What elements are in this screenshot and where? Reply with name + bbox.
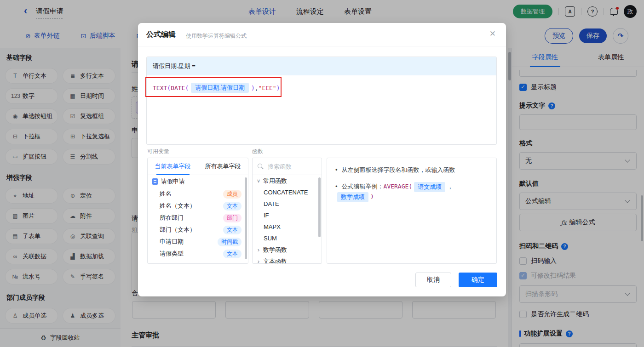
chevron-right-icon — [256, 258, 261, 264]
tab-all-form-fields[interactable]: 所有表单字段 — [198, 158, 248, 175]
cancel-button[interactable]: 取消 — [415, 273, 451, 287]
function-item[interactable]: CONCATENATE — [253, 187, 322, 198]
tab-current-form-fields[interactable]: 当前表单字段 — [148, 158, 198, 175]
variables-tree-root[interactable]: 请假申请 — [148, 175, 248, 188]
formula-input-area[interactable]: TEXT(DATE(请假日期.请假日期),"EEE") — [147, 75, 496, 100]
modal-title: 公式编辑 — [146, 30, 176, 40]
scrollbar-thumb[interactable] — [318, 177, 321, 237]
variable-row[interactable]: 申请日期 时间戳 — [148, 236, 248, 248]
function-item[interactable]: IF — [253, 210, 322, 221]
field-type-badge: 时间戳 — [218, 238, 242, 246]
variables-list: 姓名 成员 姓名（文本） 文本 所在部门 部门 部门（文本） — [148, 188, 248, 260]
close-icon[interactable] — [489, 29, 496, 39]
formula-editor: 请假日期.星期 = TEXT(DATE(请假日期.请假日期),"EEE") — [146, 57, 497, 145]
variable-row[interactable]: 姓名（文本） 文本 — [148, 200, 248, 212]
function-item[interactable]: DATE — [253, 198, 322, 210]
formula-token: ) — [251, 85, 255, 91]
function-group-math[interactable]: 数学函数 — [253, 244, 322, 256]
formula-token: "EEE" — [259, 85, 276, 91]
modal-subtitle: 使用数学运算符编辑公式 — [186, 32, 247, 40]
formula-token: ( — [167, 85, 171, 91]
form-doc-icon — [152, 178, 158, 185]
example-token: ) — [370, 192, 374, 201]
variables-label: 可用变量 — [147, 148, 169, 155]
example-token: 公式编辑举例： — [342, 182, 384, 191]
formula-token: 请假日期.请假日期 — [191, 83, 249, 93]
field-type-badge: 部门 — [223, 214, 242, 222]
formula-token: TEXT — [153, 85, 167, 91]
variable-row[interactable]: 姓名 成员 — [148, 188, 248, 200]
variables-panel: 当前表单字段 所有表单字段 请假申请 姓名 成员 姓名（文本） 文本 — [147, 158, 248, 264]
field-type-badge: 文本 — [223, 202, 242, 210]
formula-token: , — [255, 85, 259, 91]
example-token: 数学成绩 — [337, 192, 368, 202]
divider — [138, 46, 506, 46]
function-item[interactable]: SUM — [253, 233, 322, 244]
tip-select-fields: 从左侧面板选择字段名和函数，或输入函数 — [335, 165, 488, 175]
field-type-badge: 文本 — [223, 226, 242, 234]
formula-target-expression: 请假日期.星期 = — [147, 57, 496, 75]
formula-token: ) — [276, 85, 280, 91]
chevron-right-icon — [256, 246, 261, 253]
variable-row[interactable]: 请假类型 文本 — [148, 248, 248, 260]
example-token: ， — [447, 182, 453, 191]
function-search — [253, 158, 322, 175]
function-item[interactable]: MAPX — [253, 221, 322, 233]
confirm-button[interactable]: 确定 — [459, 273, 497, 287]
chevron-down-icon — [256, 178, 261, 184]
variable-row[interactable]: 部门（文本） 文本 — [148, 224, 248, 236]
example-token: 语文成绩 — [414, 182, 445, 192]
function-group-common[interactable]: 常用函数 — [253, 175, 322, 187]
tip-formula-example: 公式编辑举例：AVERAGE(语文成绩，数学成绩) — [335, 182, 488, 202]
variable-row[interactable]: 所在部门 部门 — [148, 212, 248, 224]
field-type-badge: 文本 — [223, 250, 242, 258]
search-icon — [257, 163, 264, 170]
tips-panel: 从左侧面板选择字段名和函数，或输入函数 公式编辑举例：AVERAGE(语文成绩，… — [327, 158, 497, 264]
formula-token: DATE — [171, 85, 185, 91]
example-token: AVERAGE( — [384, 182, 413, 191]
field-type-badge: 成员 — [223, 190, 242, 199]
functions-label: 函数 — [252, 148, 263, 155]
function-list: CONCATENATEDATEIFMAPXSUM — [253, 187, 322, 244]
formula-token: ( — [185, 85, 189, 91]
functions-panel: 常用函数 CONCATENATEDATEIFMAPXSUM 数学函数 文本函数 — [252, 158, 322, 264]
variables-tabs: 当前表单字段 所有表单字段 — [148, 158, 248, 175]
scrollbar-thumb[interactable] — [245, 177, 247, 259]
function-search-input[interactable] — [267, 163, 315, 171]
app-window: 请假申请 表单设计 流程设定 表单设置 数据管理 政 ⊘ 表单外链 — [0, 0, 644, 347]
function-group-text[interactable]: 文本函数 — [253, 256, 322, 264]
formula-edit-modal: 公式编辑 使用数学运算符编辑公式 请假日期.星期 = TEXT(DATE(请假日… — [138, 23, 506, 296]
